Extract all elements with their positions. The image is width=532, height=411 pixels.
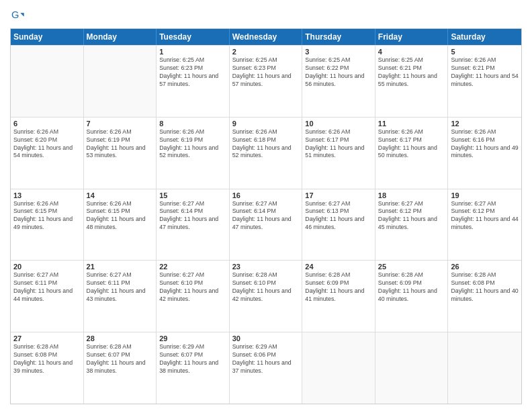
page: G SundayMondayTuesdayWednesdayThursdayFr… [0, 0, 532, 411]
day-info: Sunrise: 6:27 AM Sunset: 6:11 PM Dayligh… [87, 271, 154, 304]
day-number: 13 [13, 191, 81, 199]
day-number: 30 [232, 334, 300, 342]
day-info: Sunrise: 6:26 AM Sunset: 6:15 PM Dayligh… [87, 200, 154, 232]
day-number: 23 [232, 263, 300, 271]
day-info: Sunrise: 6:27 AM Sunset: 6:12 PM Dayligh… [378, 200, 445, 232]
day-info: Sunrise: 6:29 AM Sunset: 6:07 PM Dayligh… [159, 343, 226, 375]
day-number: 2 [232, 48, 300, 56]
day-info: Sunrise: 6:28 AM Sunset: 6:10 PM Dayligh… [232, 271, 300, 304]
day-info: Sunrise: 6:26 AM Sunset: 6:19 PM Dayligh… [159, 128, 226, 161]
day-info: Sunrise: 6:26 AM Sunset: 6:20 PM Dayligh… [13, 128, 81, 161]
day-number: 14 [87, 191, 154, 199]
calendar-cell [302, 332, 375, 404]
day-number: 26 [451, 263, 519, 271]
calendar-cell: 29Sunrise: 6:29 AM Sunset: 6:07 PM Dayli… [157, 332, 230, 404]
day-info: Sunrise: 6:27 AM Sunset: 6:10 PM Dayligh… [159, 271, 226, 304]
calendar-cell: 14Sunrise: 6:26 AM Sunset: 6:15 PM Dayli… [84, 189, 157, 261]
day-number: 4 [378, 48, 445, 56]
calendar-cell: 20Sunrise: 6:27 AM Sunset: 6:11 PM Dayli… [11, 261, 84, 332]
day-number: 17 [305, 191, 372, 199]
calendar-cell: 26Sunrise: 6:28 AM Sunset: 6:08 PM Dayli… [448, 261, 521, 332]
day-info: Sunrise: 6:28 AM Sunset: 6:07 PM Dayligh… [87, 343, 154, 375]
day-info: Sunrise: 6:27 AM Sunset: 6:12 PM Dayligh… [451, 200, 519, 232]
logo: G [10, 9, 26, 23]
header-day-wednesday: Wednesday [230, 29, 303, 45]
calendar-cell: 15Sunrise: 6:27 AM Sunset: 6:14 PM Dayli… [157, 189, 230, 261]
day-number: 21 [87, 263, 154, 271]
header-day-sunday: Sunday [11, 29, 84, 45]
day-number: 16 [232, 191, 300, 199]
calendar-cell: 10Sunrise: 6:26 AM Sunset: 6:17 PM Dayli… [302, 118, 375, 189]
day-number: 9 [232, 120, 300, 128]
calendar-cell: 3Sunrise: 6:25 AM Sunset: 6:22 PM Daylig… [302, 46, 375, 117]
calendar: SundayMondayTuesdayWednesdayThursdayFrid… [10, 28, 522, 404]
day-number: 18 [378, 191, 445, 199]
day-number: 27 [13, 334, 81, 342]
calendar-row-0: 1Sunrise: 6:25 AM Sunset: 6:23 PM Daylig… [11, 45, 521, 117]
day-number: 19 [451, 191, 519, 199]
calendar-cell: 9Sunrise: 6:26 AM Sunset: 6:18 PM Daylig… [230, 118, 303, 189]
day-info: Sunrise: 6:26 AM Sunset: 6:15 PM Dayligh… [13, 200, 81, 232]
day-info: Sunrise: 6:27 AM Sunset: 6:13 PM Dayligh… [305, 200, 372, 232]
calendar-body: 1Sunrise: 6:25 AM Sunset: 6:23 PM Daylig… [11, 45, 521, 404]
day-info: Sunrise: 6:25 AM Sunset: 6:23 PM Dayligh… [232, 56, 300, 89]
day-number: 15 [159, 191, 226, 199]
day-info: Sunrise: 6:26 AM Sunset: 6:19 PM Dayligh… [87, 128, 154, 161]
calendar-cell: 4Sunrise: 6:25 AM Sunset: 6:21 PM Daylig… [375, 46, 449, 117]
calendar-cell: 13Sunrise: 6:26 AM Sunset: 6:15 PM Dayli… [11, 189, 84, 261]
calendar-cell [375, 332, 449, 404]
day-number: 12 [451, 120, 519, 128]
calendar-cell: 7Sunrise: 6:26 AM Sunset: 6:19 PM Daylig… [84, 118, 157, 189]
calendar-cell: 17Sunrise: 6:27 AM Sunset: 6:13 PM Dayli… [302, 189, 375, 261]
day-number: 25 [378, 263, 445, 271]
header: G [10, 7, 522, 23]
calendar-cell [84, 46, 157, 117]
day-number: 6 [13, 120, 81, 128]
calendar-cell: 11Sunrise: 6:26 AM Sunset: 6:17 PM Dayli… [375, 118, 449, 189]
calendar-cell: 19Sunrise: 6:27 AM Sunset: 6:12 PM Dayli… [448, 189, 521, 261]
calendar-cell: 16Sunrise: 6:27 AM Sunset: 6:14 PM Dayli… [230, 189, 303, 261]
calendar-cell: 25Sunrise: 6:28 AM Sunset: 6:09 PM Dayli… [375, 261, 449, 332]
day-info: Sunrise: 6:26 AM Sunset: 6:17 PM Dayligh… [378, 128, 445, 161]
day-info: Sunrise: 6:29 AM Sunset: 6:06 PM Dayligh… [232, 343, 300, 375]
day-info: Sunrise: 6:26 AM Sunset: 6:18 PM Dayligh… [232, 128, 300, 161]
header-day-monday: Monday [84, 29, 157, 45]
calendar-cell: 8Sunrise: 6:26 AM Sunset: 6:19 PM Daylig… [157, 118, 230, 189]
calendar-cell: 28Sunrise: 6:28 AM Sunset: 6:07 PM Dayli… [84, 332, 157, 404]
day-number: 1 [159, 48, 226, 56]
day-info: Sunrise: 6:27 AM Sunset: 6:14 PM Dayligh… [159, 200, 226, 232]
calendar-row-4: 27Sunrise: 6:28 AM Sunset: 6:08 PM Dayli… [11, 332, 521, 404]
calendar-cell: 6Sunrise: 6:26 AM Sunset: 6:20 PM Daylig… [11, 118, 84, 189]
calendar-cell: 30Sunrise: 6:29 AM Sunset: 6:06 PM Dayli… [230, 332, 303, 404]
day-info: Sunrise: 6:25 AM Sunset: 6:23 PM Dayligh… [159, 56, 226, 89]
calendar-cell: 27Sunrise: 6:28 AM Sunset: 6:08 PM Dayli… [11, 332, 84, 404]
day-info: Sunrise: 6:27 AM Sunset: 6:11 PM Dayligh… [13, 271, 81, 304]
calendar-cell: 23Sunrise: 6:28 AM Sunset: 6:10 PM Dayli… [230, 261, 303, 332]
day-number: 24 [305, 263, 372, 271]
calendar-row-3: 20Sunrise: 6:27 AM Sunset: 6:11 PM Dayli… [11, 260, 521, 332]
calendar-cell: 22Sunrise: 6:27 AM Sunset: 6:10 PM Dayli… [157, 261, 230, 332]
day-info: Sunrise: 6:25 AM Sunset: 6:22 PM Dayligh… [305, 56, 372, 89]
header-day-thursday: Thursday [302, 29, 375, 45]
day-number: 11 [378, 120, 445, 128]
day-info: Sunrise: 6:28 AM Sunset: 6:09 PM Dayligh… [305, 271, 372, 304]
day-number: 8 [159, 120, 226, 128]
day-number: 20 [13, 263, 81, 271]
day-info: Sunrise: 6:28 AM Sunset: 6:08 PM Dayligh… [13, 343, 81, 375]
header-day-saturday: Saturday [448, 29, 521, 45]
calendar-cell: 2Sunrise: 6:25 AM Sunset: 6:23 PM Daylig… [230, 46, 303, 117]
day-info: Sunrise: 6:26 AM Sunset: 6:17 PM Dayligh… [305, 128, 372, 161]
calendar-cell [448, 332, 521, 404]
svg-text:G: G [11, 9, 19, 20]
day-info: Sunrise: 6:25 AM Sunset: 6:21 PM Dayligh… [378, 56, 445, 89]
calendar-cell: 1Sunrise: 6:25 AM Sunset: 6:23 PM Daylig… [157, 46, 230, 117]
day-info: Sunrise: 6:27 AM Sunset: 6:14 PM Dayligh… [232, 200, 300, 232]
day-number: 10 [305, 120, 372, 128]
calendar-header: SundayMondayTuesdayWednesdayThursdayFrid… [11, 29, 521, 45]
day-info: Sunrise: 6:28 AM Sunset: 6:08 PM Dayligh… [451, 271, 519, 304]
day-number: 28 [87, 334, 154, 342]
calendar-cell: 5Sunrise: 6:26 AM Sunset: 6:21 PM Daylig… [448, 46, 521, 117]
day-info: Sunrise: 6:26 AM Sunset: 6:21 PM Dayligh… [451, 56, 519, 89]
day-number: 22 [159, 263, 226, 271]
day-info: Sunrise: 6:26 AM Sunset: 6:16 PM Dayligh… [451, 128, 519, 161]
